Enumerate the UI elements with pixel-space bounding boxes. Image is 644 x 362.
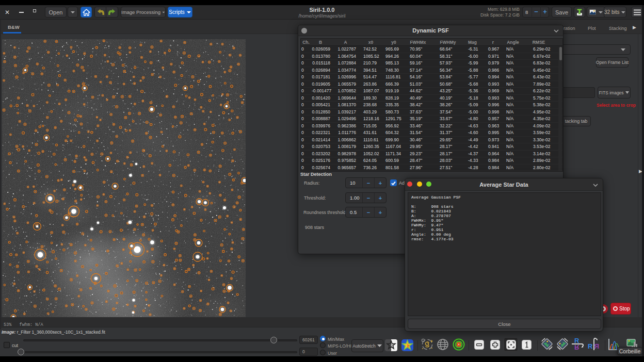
svg-text:R: R <box>574 337 579 344</box>
svg-text:R: R <box>574 343 579 351</box>
svg-text:R: R <box>594 342 599 350</box>
svg-text:R: R <box>588 342 593 350</box>
